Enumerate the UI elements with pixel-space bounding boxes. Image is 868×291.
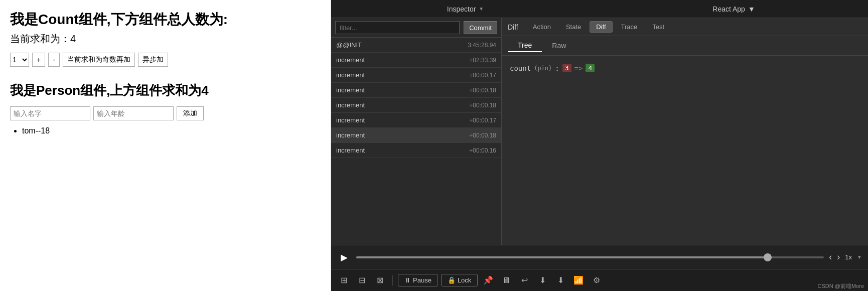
subtab-tree[interactable]: Tree [508,39,542,52]
progress-bar-fill [356,256,768,258]
tab-diff[interactable]: Diff [590,21,612,33]
subtab-raw[interactable]: Raw [542,39,576,52]
undo-btn[interactable]: ↩ [517,273,532,288]
download-btn-1[interactable]: ⬇ [535,273,550,288]
lock-button[interactable]: 🔒 Lock [441,274,478,286]
action-item[interactable]: increment +00:00.16 [331,143,501,158]
action-item[interactable]: increment +02:33.39 [331,53,501,68]
action-time: +00:00.18 [469,132,496,139]
action-time: +00:00.17 [469,72,496,79]
person-title: 我是Person组件,上方组件求和为4 [10,82,321,99]
action-list[interactable]: @@INIT 3:45:28.94 increment +02:33.39 in… [331,38,501,245]
inspector-dropdown-arrow[interactable]: ▼ [479,6,484,12]
action-time: +00:00.16 [469,147,496,154]
name-input[interactable] [10,106,90,120]
action-name: increment [336,56,365,64]
diff-key: count [510,64,531,72]
pin-btn[interactable]: 📌 [481,273,496,288]
diff-label: Diff [508,23,518,31]
react-app-dropdown-arrow[interactable]: ▼ [748,5,755,13]
tab-state[interactable]: State [559,21,588,33]
tab-action[interactable]: Action [526,21,557,33]
lock-label: Lock [458,276,471,284]
watermark: CSDN @前端More [818,282,864,290]
async-add-button[interactable]: 异步加 [138,53,168,67]
layout-btn-3[interactable]: ⊠ [372,273,387,288]
action-name: increment [336,101,365,109]
action-name: @@INIT [336,41,362,49]
diff-new-value: 4 [586,64,595,72]
action-time: +00:00.18 [469,87,496,94]
react-app-label: React App ▼ [600,5,868,13]
controls: 1 + - 当前求和为奇数再加 异步加 [10,53,321,67]
action-time: +02:33.39 [469,57,496,64]
playback-bar: ▶ ‹ › 1x ▼ [331,245,868,269]
download-btn-2[interactable]: ⬇ [553,273,568,288]
devtools-header: Inspector ▼ React App ▼ [331,0,868,18]
diff-content: count (pin) : 3 => 4 [502,56,868,245]
filter-input[interactable] [335,21,460,34]
progress-thumb [764,253,772,261]
settings-btn[interactable]: ⚙ [589,273,604,288]
layout-btn-1[interactable]: ⊞ [336,273,351,288]
toolbar-divider-1 [392,275,393,285]
app-panel: 我是Count组件,下方组件总人数为: 当前求和为：4 1 + - 当前求和为奇… [0,0,331,291]
action-item[interactable]: increment +00:00.18 [331,98,501,113]
person-list: tom--18 [10,126,321,135]
diff-line: count (pin) : 3 => 4 [510,64,860,72]
action-item[interactable]: increment +00:00.17 [331,113,501,128]
action-item[interactable]: increment +00:00.18 [331,83,501,98]
count-title: 我是Count组件,下方组件总人数为: [10,10,321,29]
progress-bar[interactable] [356,256,824,258]
bottom-toolbar: ⊞ ⊟ ⊠ ⏸ Pause 🔒 Lock 📌 🖥 ↩ ⬇ ⬇ 📶 ⚙ [331,269,868,291]
devtools-panel: Inspector ▼ React App ▼ Commit @@INIT 3:… [331,0,868,291]
diff-old-value: 3 [562,64,571,72]
diff-pin: (pin) [534,65,552,72]
diff-arrow: => [574,64,583,72]
next-button[interactable]: › [837,252,840,262]
pause-icon: ⏸ [404,276,411,284]
add-person-button[interactable]: 添加 [177,106,204,120]
person-inputs: 添加 [10,106,321,120]
inspector-label: Inspector ▼ [331,5,600,13]
tab-test[interactable]: Test [646,21,671,33]
increment-select[interactable]: 1 [10,53,29,67]
tab-trace[interactable]: Trace [615,21,644,33]
pause-label: Pause [413,276,431,284]
action-name: increment [336,86,365,94]
action-time: +00:00.18 [469,102,496,109]
list-item: tom--18 [22,126,321,135]
action-list-header: Commit [331,18,501,38]
action-time: 3:45:28.94 [468,42,496,49]
commit-button[interactable]: Commit [464,21,497,34]
odd-add-button[interactable]: 当前求和为奇数再加 [63,53,135,67]
screen-btn[interactable]: 🖥 [499,273,514,288]
signal-btn[interactable]: 📶 [571,273,586,288]
speed-label: 1x [845,253,852,261]
inspector-panel: Diff Action State Diff Trace Test Tree R… [502,18,868,245]
action-name: increment [336,147,365,154]
action-name: increment [336,131,365,139]
minus-button[interactable]: - [48,53,60,67]
prev-button[interactable]: ‹ [829,252,832,262]
inspector-tabs-row: Diff Action State Diff Trace Test [502,18,868,36]
plus-button[interactable]: + [32,53,45,67]
count-current: 当前求和为：4 [10,32,321,46]
action-list-panel: Commit @@INIT 3:45:28.94 increment +02:3… [331,18,502,245]
action-name: increment [336,116,365,124]
action-item[interactable]: increment +00:00.18 [331,128,501,143]
subtabs-row: Tree Raw [502,36,868,56]
play-button[interactable]: ▶ [337,252,351,263]
action-item[interactable]: @@INIT 3:45:28.94 [331,38,501,53]
pause-button[interactable]: ⏸ Pause [398,274,438,286]
action-item[interactable]: increment +00:00.17 [331,68,501,83]
action-time: +00:00.17 [469,117,496,124]
lock-icon: 🔒 [448,276,456,284]
devtools-main: Commit @@INIT 3:45:28.94 increment +02:3… [331,18,868,245]
action-name: increment [336,71,365,79]
age-input[interactable] [93,106,174,120]
speed-dropdown-arrow[interactable]: ▼ [857,254,862,260]
layout-btn-2[interactable]: ⊟ [354,273,369,288]
